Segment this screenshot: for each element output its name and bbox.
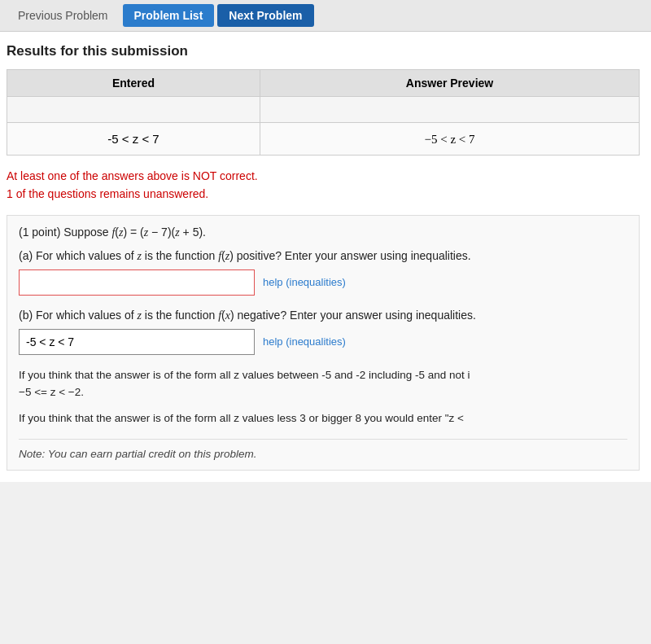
preview-math: −5 < z < 7 <box>424 133 474 146</box>
part-b-help-link[interactable]: help (inequalities) <box>263 335 346 348</box>
status-line-2: 1 of the questions remains unanswered. <box>7 185 640 203</box>
status-line-1: At least one of the answers above is NOT… <box>7 167 640 185</box>
results-table: Entered Answer Preview -5 < z < 7 −5 < z… <box>7 69 640 156</box>
table-cell-preview-2: −5 < z < 7 <box>260 123 640 156</box>
col-header-entered: Entered <box>7 70 260 97</box>
table-row <box>7 97 640 123</box>
nav-bar: Previous Problem Problem List Next Probl… <box>0 0 651 32</box>
status-messages: At least one of the answers above is NOT… <box>7 167 640 204</box>
part-a-input[interactable] <box>19 269 255 296</box>
col-header-preview: Answer Preview <box>260 70 640 97</box>
problem-box: (1 point) Suppose f(z) = (z − 7)(z + 5).… <box>7 215 640 471</box>
table-row: -5 < z < 7 −5 < z < 7 <box>7 123 640 156</box>
part-a-answer-row: help (inequalities) <box>19 269 627 296</box>
previous-problem-button[interactable]: Previous Problem <box>7 4 120 27</box>
note-label: Note: <box>19 448 48 460</box>
problem-points: (1 point) Suppose f(z) = (z − 7)(z + 5). <box>19 226 627 239</box>
hint-text-1: If you think that the answer is of the f… <box>19 366 627 401</box>
results-title: Results for this submission <box>7 43 640 59</box>
problem-part-a: (a) For which values of z is the functio… <box>19 248 627 296</box>
part-a-help-link[interactable]: help (inequalities) <box>263 276 346 288</box>
next-problem-button[interactable]: Next Problem <box>217 4 313 27</box>
note-text: Note: You can earn partial credit on thi… <box>19 439 627 460</box>
problem-intro: (1 point) Suppose f(z) = (z − 7)(z + 5). <box>19 226 206 239</box>
part-b-question: (b) For which values of z is the functio… <box>19 307 627 324</box>
table-cell-entered-2: -5 < z < 7 <box>7 123 260 156</box>
part-a-question: (a) For which values of z is the functio… <box>19 248 627 265</box>
main-content: Results for this submission Entered Answ… <box>0 32 651 482</box>
part-b-answer-row: help (inequalities) <box>19 329 627 355</box>
problem-part-b: (b) For which values of z is the functio… <box>19 307 627 355</box>
table-cell-preview-1 <box>260 97 640 123</box>
problem-list-button[interactable]: Problem List <box>123 4 215 27</box>
part-b-input[interactable] <box>19 329 255 355</box>
hint-text-2: If you think that the answer is of the f… <box>19 410 627 427</box>
note-content: You can earn partial credit on this prob… <box>48 448 257 460</box>
table-cell-entered-1 <box>7 97 260 123</box>
